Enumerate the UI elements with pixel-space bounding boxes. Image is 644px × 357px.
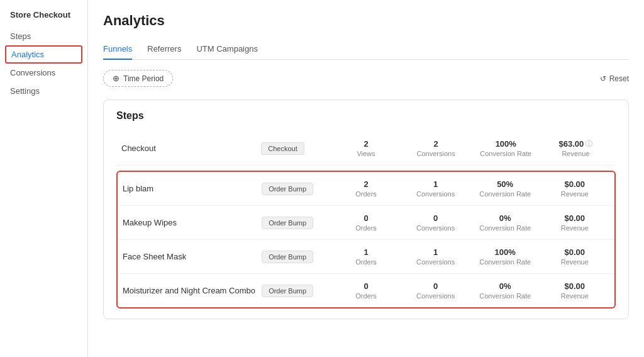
table-row: Lip blam Order Bump 2 Orders 1 Conversio… (118, 172, 614, 206)
reset-button[interactable]: ↺ Reset (600, 74, 629, 83)
reset-icon: ↺ (600, 74, 606, 83)
row-badge-cell: Order Bump (262, 183, 331, 195)
checkout-revenue-value: $63.00 (559, 139, 584, 149)
checkout-views-label: Views (331, 150, 401, 157)
sidebar-item-steps[interactable]: Steps (0, 27, 87, 45)
tab-bar: Funnels Referrers UTM Campaigns (103, 39, 629, 60)
row-stat4: $0.00 Revenue (540, 281, 609, 300)
row-stat3: 0% Conversion Rate (470, 213, 540, 232)
table-row: Moisturizer and Night Cream Combo Order … (118, 274, 614, 307)
sidebar-item-settings[interactable]: Settings (0, 82, 87, 100)
page-title: Analytics (103, 13, 629, 29)
row-badge-cell: Order Bump (262, 285, 331, 297)
tab-referrers[interactable]: Referrers (147, 39, 181, 60)
checkout-stat1: 2 Views (331, 139, 401, 157)
checkout-conversions-label: Conversions (401, 150, 471, 157)
tab-utm-campaigns[interactable]: UTM Campaigns (196, 39, 258, 60)
row-stat1: 0 Orders (331, 213, 401, 232)
row-name: Moisturizer and Night Cream Combo (123, 286, 262, 295)
checkout-stat4: $63.00 ⓘ Revenue (541, 139, 611, 157)
time-period-label: Time Period (123, 74, 164, 83)
row-name: Makeup Wipes (123, 218, 262, 227)
row-badge-cell: Order Bump (262, 251, 331, 263)
sidebar: Store Checkout Steps Analytics Conversio… (0, 0, 88, 357)
sidebar-item-conversions[interactable]: Conversions (0, 64, 87, 82)
row-stat3: 50% Conversion Rate (470, 179, 540, 198)
row-stat4: $0.00 Revenue (540, 179, 609, 198)
row-stat3: 0% Conversion Rate (470, 281, 540, 300)
row-name: Face Sheet Mask (123, 252, 262, 261)
row-stat4: $0.00 Revenue (540, 213, 609, 232)
steps-section: Steps Checkout Checkout 2 Views 2 Conver… (103, 99, 629, 319)
row-stat4: $0.00 Revenue (540, 247, 609, 266)
table-row: Makeup Wipes Order Bump 0 Orders 0 Conve… (118, 206, 614, 240)
steps-section-title: Steps (116, 110, 616, 122)
row-badge-cell: Order Bump (262, 217, 331, 229)
tab-funnels[interactable]: Funnels (103, 39, 132, 60)
row-stat3: 100% Conversion Rate (470, 247, 540, 266)
order-bump-badge: Order Bump (262, 251, 313, 263)
checkout-conversions-value: 2 (401, 139, 471, 149)
sidebar-title: Store Checkout (0, 10, 87, 27)
row-stat1: 0 Orders (331, 281, 401, 300)
toolbar: ⊕ Time Period ↺ Reset (103, 70, 629, 87)
main-content: Analytics Funnels Referrers UTM Campaign… (88, 0, 644, 357)
checkout-revenue-label: Revenue (541, 150, 611, 157)
reset-label: Reset (609, 74, 629, 83)
row-stat2: 0 Conversions (401, 281, 470, 300)
row-stat1: 1 Orders (331, 247, 401, 266)
checkout-name: Checkout (121, 144, 261, 153)
checkout-views-value: 2 (331, 139, 401, 149)
checkout-badge-cell: Checkout (261, 142, 331, 155)
clock-icon: ⊕ (113, 74, 119, 83)
order-bump-badge: Order Bump (262, 285, 313, 297)
checkout-stat3: 100% Conversion Rate (471, 139, 541, 157)
checkout-row: Checkout Checkout 2 Views 2 Conversions … (116, 132, 616, 166)
checkout-badge: Checkout (261, 142, 304, 155)
checkout-rate-label: Conversion Rate (471, 150, 541, 157)
order-bump-section: Lip blam Order Bump 2 Orders 1 Conversio… (116, 171, 616, 309)
table-row: Face Sheet Mask Order Bump 1 Orders 1 Co… (118, 240, 614, 274)
sidebar-item-analytics[interactable]: Analytics (5, 45, 82, 64)
time-period-button[interactable]: ⊕ Time Period (103, 70, 173, 87)
checkout-stat2: 2 Conversions (401, 139, 471, 157)
row-stat2: 1 Conversions (401, 247, 470, 266)
row-stat2: 1 Conversions (401, 179, 470, 198)
info-icon: ⓘ (586, 139, 592, 149)
row-name: Lip blam (123, 184, 262, 193)
order-bump-badge: Order Bump (262, 217, 313, 229)
row-stat2: 0 Conversions (401, 213, 470, 232)
row-stat1: 2 Orders (331, 179, 401, 198)
order-bump-badge: Order Bump (262, 183, 313, 195)
checkout-rate-value: 100% (471, 139, 541, 149)
